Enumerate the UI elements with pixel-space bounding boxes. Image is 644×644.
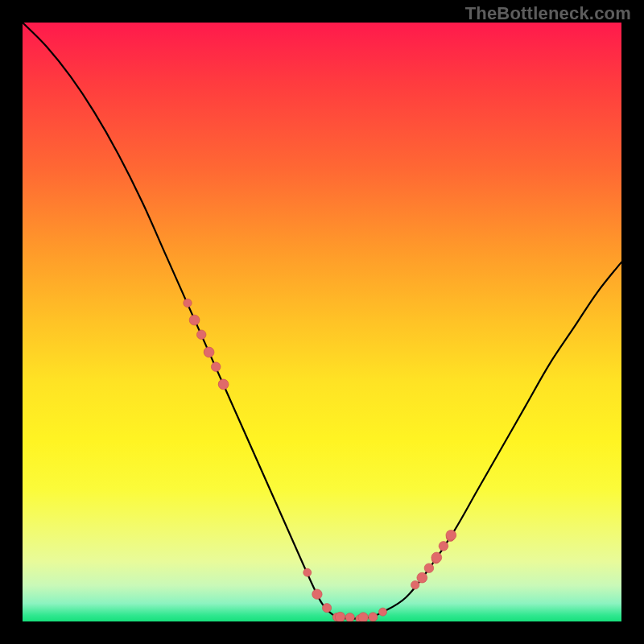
curve-marker (439, 542, 448, 551)
curve-marker (218, 379, 229, 390)
bottleneck-curve (23, 23, 621, 619)
curve-marker (184, 299, 192, 307)
curve-marker (322, 604, 331, 613)
curve-marker (431, 552, 442, 563)
curve-marker (358, 613, 368, 621)
watermark-text: TheBottleneck.com (465, 3, 631, 24)
curve-marker (446, 530, 456, 540)
curve-markers (184, 299, 456, 621)
chart-frame: TheBottleneck.com (0, 0, 644, 644)
curve-marker (335, 612, 345, 621)
curve-marker (303, 568, 312, 576)
curve-marker (424, 564, 434, 573)
curve-marker (379, 608, 387, 616)
plot-area (23, 23, 621, 621)
curve-marker (417, 572, 427, 583)
curve-marker (369, 613, 378, 621)
curve-marker (196, 330, 206, 340)
curve-marker (211, 362, 221, 372)
curve-marker (411, 580, 419, 588)
curve-marker (312, 589, 322, 599)
curve-marker (204, 347, 214, 357)
curve-marker (345, 613, 354, 621)
curve-marker (189, 315, 200, 325)
curve-layer (23, 23, 621, 621)
